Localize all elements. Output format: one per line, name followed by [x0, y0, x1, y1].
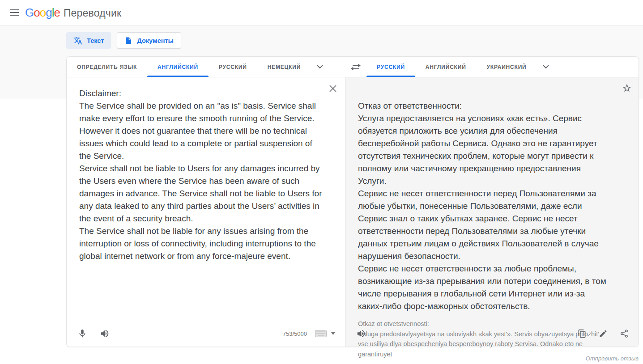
translation-text: Отказ от ответственности: Услуга предост…: [358, 101, 606, 311]
clear-source-button[interactable]: [329, 85, 337, 93]
target-panel: Отказ от ответственности: Услуга предост…: [345, 77, 639, 347]
source-text-input[interactable]: Disclaimer: The Service shall be provide…: [79, 87, 326, 262]
tab-source-german[interactable]: НЕМЕЦКИЙ: [257, 57, 311, 77]
translation-panels: Disclaimer: The Service shall be provide…: [67, 77, 639, 347]
text-mode-button[interactable]: Текст: [66, 32, 111, 49]
source-more-languages-button[interactable]: [311, 57, 329, 77]
document-icon: [124, 37, 132, 45]
google-logo: Google: [25, 6, 60, 20]
product-name: Переводчик: [64, 7, 121, 19]
target-more-languages-button[interactable]: [537, 57, 555, 77]
share-translation-button[interactable]: [620, 329, 629, 338]
target-language-tabs: РУССКИЙ АНГЛИЙСКИЙ УКРАИНСКИЙ: [366, 57, 555, 77]
dropdown-arrow-icon: [331, 332, 335, 335]
tab-target-russian[interactable]: РУССКИЙ: [366, 57, 415, 77]
chevron-down-icon: [543, 65, 549, 69]
chevron-down-icon: [317, 65, 323, 69]
text-mode-label: Текст: [87, 37, 104, 44]
hamburger-menu-button[interactable]: [4, 3, 24, 22]
tab-target-ukrainian[interactable]: УКРАИНСКИЙ: [477, 57, 537, 77]
documents-mode-label: Документы: [137, 37, 174, 44]
save-translation-star-button[interactable]: [622, 83, 632, 93]
pencil-icon: [599, 329, 608, 338]
swap-arrows-icon: [351, 64, 361, 70]
input-tools-dropdown-button[interactable]: [331, 332, 335, 335]
source-language-tabs: ОПРЕДЕЛИТЬ ЯЗЫК АНГЛИЙСКИЙ РУССКИЙ НЕМЕЦ…: [67, 57, 345, 77]
translation-actions: [578, 329, 629, 338]
documents-mode-button[interactable]: Документы: [117, 32, 181, 49]
listen-translation-button[interactable]: [356, 329, 366, 339]
share-icon: [620, 329, 629, 338]
virtual-keyboard-button[interactable]: [315, 330, 327, 337]
close-icon: [329, 85, 337, 93]
source-panel-footer: 753/5000: [67, 321, 345, 347]
speaker-icon: [356, 329, 366, 339]
language-tabbar: ОПРЕДЕЛИТЬ ЯЗЫК АНГЛИЙСКИЙ РУССКИЙ НЕМЕЦ…: [67, 57, 639, 77]
tab-target-english[interactable]: АНГЛИЙСКИЙ: [415, 57, 477, 77]
app-header: Google Переводчик: [0, 0, 643, 25]
star-outline-icon: [622, 83, 632, 93]
tab-source-russian[interactable]: РУССКИЙ: [209, 57, 257, 77]
speaker-icon: [100, 329, 110, 339]
microphone-button[interactable]: [77, 329, 87, 339]
keyboard-control: [315, 330, 335, 337]
keyboard-icon: [315, 330, 327, 337]
tab-source-english[interactable]: АНГЛИЙСКИЙ: [147, 57, 209, 77]
suggest-edit-button[interactable]: [599, 329, 608, 338]
source-panel: Disclaimer: The Service shall be provide…: [67, 77, 345, 347]
copy-icon: [578, 329, 587, 338]
target-panel-footer: [345, 321, 639, 347]
microphone-icon: [77, 329, 87, 339]
character-counter: 753/5000: [283, 330, 307, 337]
translate-icon: [73, 36, 82, 45]
listen-source-button[interactable]: [100, 329, 110, 339]
swap-languages-button[interactable]: [346, 57, 366, 77]
translate-card: ОПРЕДЕЛИТЬ ЯЗЫК АНГЛИЙСКИЙ РУССКИЙ НЕМЕЦ…: [66, 56, 639, 347]
hamburger-icon: [10, 9, 19, 16]
mode-switcher: Текст Документы: [66, 32, 181, 49]
copy-translation-button[interactable]: [578, 329, 587, 338]
app-logo[interactable]: Google Переводчик: [25, 6, 121, 20]
tab-detect-language[interactable]: ОПРЕДЕЛИТЬ ЯЗЫК: [67, 57, 147, 77]
